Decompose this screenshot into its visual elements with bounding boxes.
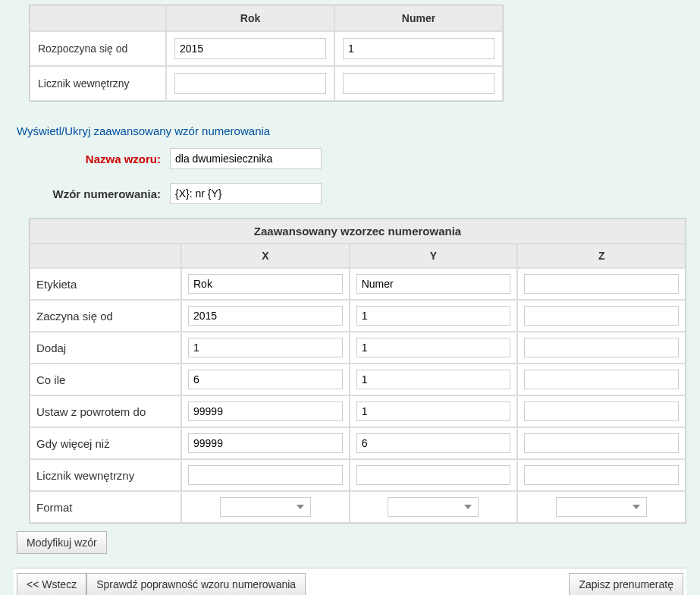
- adv-row-label: Dodaj: [30, 332, 181, 364]
- blank-header-cell: [30, 5, 166, 31]
- adv-ustaw-z-input[interactable]: [524, 401, 679, 421]
- bottom-action-bar: << Wstecz Sprawdź poprawność wzoru numer…: [14, 568, 686, 595]
- row-starts-from-label: Rozpoczyna się od: [30, 31, 166, 66]
- adv-dodaj-y-input[interactable]: [356, 338, 511, 357]
- adv-col-y-header: Y: [350, 244, 518, 268]
- inner-counter-rok-input[interactable]: [174, 73, 326, 94]
- adv-col-z-header: Z: [517, 244, 686, 268]
- starts-from-numer-input[interactable]: [343, 38, 494, 59]
- adv-etykieta-x-input[interactable]: [188, 274, 343, 294]
- adv-zaczyna-x-input[interactable]: [188, 306, 343, 326]
- chevron-down-icon: [464, 505, 472, 509]
- starts-from-table: Rok Numer Rozpoczyna się od Licznik wewn…: [29, 5, 504, 102]
- col-rok-header: Rok: [166, 5, 334, 31]
- adv-row-ustaw: Ustaw z powrotem do: [30, 395, 686, 427]
- adv-row-etykieta: Etykieta: [30, 268, 686, 300]
- col-numer-header: Numer: [334, 5, 503, 31]
- adv-coile-x-input[interactable]: [188, 370, 343, 389]
- row-inner-counter-label: Licznik wewnętrzny: [30, 66, 166, 101]
- adv-ustaw-y-input[interactable]: [356, 401, 511, 421]
- adv-gdy-y-input[interactable]: [356, 433, 511, 453]
- adv-zaczyna-y-input[interactable]: [356, 306, 511, 326]
- adv-row-gdy: Gdy więcej niż: [30, 427, 686, 459]
- adv-row-label: Co ile: [30, 364, 181, 395]
- adv-licznik-x-input[interactable]: [188, 465, 343, 485]
- adv-row-label: Ustaw z powrotem do: [30, 395, 181, 427]
- starts-from-rok-input[interactable]: [174, 38, 326, 59]
- advanced-pattern-title: Zaawansowany wzorzec numerowania: [30, 219, 686, 244]
- adv-format-x-select[interactable]: [220, 497, 311, 517]
- validate-pattern-button[interactable]: Sprawdź poprawność wzoru numerowania: [86, 573, 306, 595]
- chevron-down-icon: [297, 505, 304, 509]
- adv-gdy-x-input[interactable]: [188, 433, 343, 453]
- pattern-name-label: Nazwa wzoru:: [17, 153, 161, 165]
- adv-row-licznik: Licznik wewnętrzny: [30, 459, 686, 491]
- back-button[interactable]: << Wstecz: [17, 573, 86, 595]
- adv-row-format: Format: [30, 491, 686, 523]
- adv-etykieta-z-input[interactable]: [524, 274, 679, 294]
- adv-licznik-z-input[interactable]: [524, 465, 679, 485]
- advanced-pattern-table: Zaawansowany wzorzec numerowania X Y Z E…: [29, 218, 686, 524]
- numbering-pattern-label: Wzór numerowania:: [17, 187, 161, 200]
- adv-blank-header: [30, 244, 181, 268]
- adv-row-dodaj: Dodaj: [30, 332, 686, 364]
- adv-ustaw-x-input[interactable]: [188, 401, 343, 421]
- modify-pattern-button[interactable]: Modyfikuj wzór: [17, 531, 107, 554]
- adv-coile-z-input[interactable]: [524, 370, 679, 389]
- chevron-down-icon: [633, 505, 640, 509]
- adv-row-label: Gdy więcej niż: [30, 427, 181, 459]
- numbering-pattern-input[interactable]: [170, 183, 322, 204]
- toggle-advanced-link[interactable]: Wyświetl/Ukryj zaawansowany wzór numerow…: [17, 124, 686, 137]
- adv-row-label: Licznik wewnętrzny: [30, 459, 181, 491]
- adv-row-coile: Co ile: [30, 364, 686, 395]
- adv-row-label: Etykieta: [30, 268, 181, 300]
- adv-licznik-y-input[interactable]: [356, 465, 511, 485]
- save-subscription-button[interactable]: Zapisz prenumeratę: [569, 573, 683, 595]
- adv-row-label: Format: [30, 491, 181, 523]
- adv-dodaj-x-input[interactable]: [188, 338, 343, 357]
- inner-counter-numer-input[interactable]: [343, 73, 494, 94]
- adv-row-zaczyna: Zaczyna się od: [30, 300, 686, 332]
- adv-zaczyna-z-input[interactable]: [524, 306, 679, 326]
- adv-col-x-header: X: [181, 244, 350, 268]
- adv-format-y-select[interactable]: [388, 497, 479, 517]
- adv-format-z-select[interactable]: [556, 497, 647, 517]
- adv-etykieta-y-input[interactable]: [356, 274, 511, 294]
- adv-row-label: Zaczyna się od: [30, 300, 181, 332]
- adv-gdy-z-input[interactable]: [524, 433, 679, 453]
- adv-coile-y-input[interactable]: [356, 370, 511, 389]
- adv-dodaj-z-input[interactable]: [524, 338, 679, 357]
- pattern-name-input[interactable]: [170, 148, 322, 169]
